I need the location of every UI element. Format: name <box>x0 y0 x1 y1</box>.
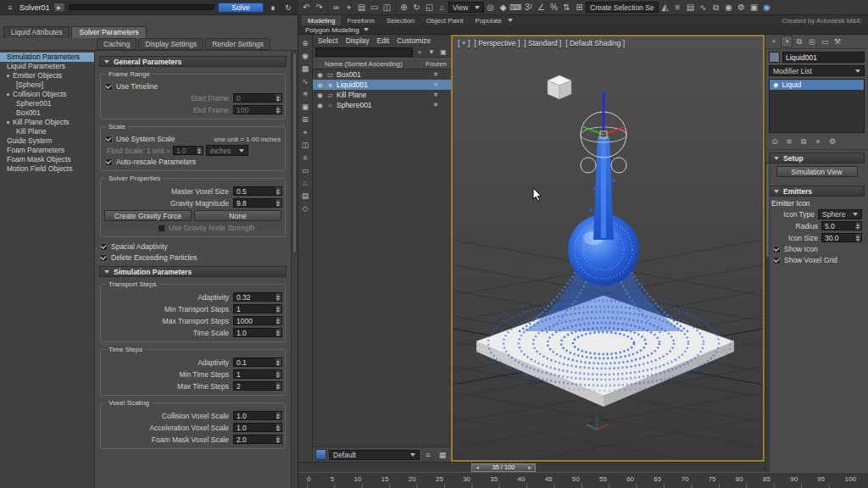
ribbon-tab-populate[interactable]: Populate <box>469 15 508 25</box>
nav-simulation-parameters[interactable]: Simulation Parameters <box>0 53 94 62</box>
display-bones-icon[interactable]: ⌂ <box>299 177 311 189</box>
start-frame-input[interactable]: 0 <box>233 93 282 103</box>
auto-rescale-checkbox[interactable]: Auto-rescale Parameters <box>105 157 281 167</box>
select-and-manipulate-icon[interactable]: ◆ <box>497 1 509 14</box>
menu-select[interactable]: Select <box>318 36 338 45</box>
max-time-steps-input[interactable]: 2 <box>233 381 282 391</box>
solver-progress-bar[interactable] <box>69 4 214 10</box>
spinner[interactable] <box>275 293 281 301</box>
setup-rollout[interactable]: Setup <box>769 152 865 164</box>
polygon-modeling-label[interactable]: Polygon Modeling <box>305 26 359 34</box>
nav-sphere-emitter[interactable]: [Sphere] <box>0 80 94 90</box>
icon-type-dropdown[interactable]: Sphere <box>818 209 862 219</box>
nav-liquid-parameters[interactable]: Liquid Parameters <box>0 62 94 71</box>
spinner[interactable] <box>854 234 861 241</box>
select-and-link-icon[interactable]: ∞ <box>330 1 342 14</box>
nav-box001[interactable]: Box001 <box>0 108 94 118</box>
chevron-down-icon[interactable] <box>364 28 369 31</box>
select-and-rotate-icon[interactable]: ↻ <box>410 1 423 14</box>
menu-customize[interactable]: Customize <box>397 36 431 45</box>
configure-modifier-icon[interactable]: ⚙ <box>826 136 838 147</box>
select-object-icon[interactable]: ⌖ <box>342 1 355 14</box>
viewport-menu-pov[interactable]: [ Perspective ] <box>474 39 520 47</box>
display-everything-icon[interactable]: ⊕ <box>299 37 311 49</box>
schematic-view-icon[interactable]: ⧉ <box>709 1 722 14</box>
checkbox-icon[interactable] <box>105 83 113 91</box>
remove-modifier-icon[interactable]: × <box>812 136 824 147</box>
angle-snap-icon[interactable]: ∠ <box>535 1 548 14</box>
scene-explorer-icon[interactable] <box>315 449 326 460</box>
time-slider-handle[interactable]: ◄ 35 / 100 ► <box>471 463 536 472</box>
clear-search-icon[interactable]: × <box>415 47 425 58</box>
emitters-rollout[interactable]: Emitters <box>769 186 865 197</box>
display-shapes-icon[interactable]: ▦ <box>299 63 311 75</box>
radius-input[interactable]: 5.0 <box>821 221 862 230</box>
show-icon-checkbox[interactable]: Show Icon <box>773 244 860 254</box>
ribbon-tab-object-paint[interactable]: Object Paint <box>420 15 470 25</box>
collision-voxel-input[interactable]: 1.0 <box>233 411 282 420</box>
spinner[interactable] <box>854 222 861 230</box>
frame-forward-icon[interactable]: ► <box>527 465 532 470</box>
ribbon-tab-freeform[interactable]: Freeform <box>341 15 380 25</box>
spinner[interactable] <box>275 317 281 324</box>
undo-icon[interactable]: ↶ <box>300 1 313 14</box>
checkbox-icon[interactable] <box>773 257 781 264</box>
checkbox-icon[interactable] <box>100 254 108 262</box>
curve-editor-icon[interactable]: ∿ <box>697 1 709 14</box>
nav-sphere001[interactable]: Sphere001 <box>0 99 94 108</box>
menu-edit[interactable]: Edit <box>377 36 390 45</box>
tab-liquid-attributes[interactable]: Liquid Attributes <box>3 26 70 38</box>
spinner[interactable] <box>275 187 281 195</box>
frame-back-icon[interactable]: ◄ <box>475 465 480 470</box>
make-unique-icon[interactable]: ⧉ <box>798 136 810 147</box>
display-containers-icon[interactable]: ▤ <box>299 190 311 202</box>
gravity-node-none-button[interactable]: None <box>194 210 281 221</box>
material-editor-icon[interactable]: ◉ <box>722 1 735 14</box>
checkbox-icon[interactable] <box>105 158 113 166</box>
window-crossing-icon[interactable]: ◫ <box>381 1 393 14</box>
spinner[interactable] <box>275 94 281 102</box>
modifier-stack[interactable]: ◈ Liquid <box>769 79 865 133</box>
select-and-place-icon[interactable]: ⌂ <box>436 1 448 14</box>
gravity-magnitude-input[interactable]: 9.8 <box>233 198 282 208</box>
solve-button[interactable]: Solve <box>218 3 264 13</box>
keyboard-override-icon[interactable]: ⌨ <box>509 1 522 14</box>
spinner[interactable] <box>275 199 281 207</box>
ribbon-tab-selection[interactable]: Selection <box>381 15 420 25</box>
spinner[interactable] <box>275 358 281 366</box>
viewport-menu-general[interactable]: [ + ] <box>458 39 470 47</box>
tab-solver-parameters[interactable]: Solver Parameters <box>71 26 146 38</box>
use-gravity-node-checkbox[interactable]: Use Gravity Node Strength <box>158 223 281 233</box>
end-frame-input[interactable]: 100 <box>233 105 282 114</box>
frozen-toggle-icon[interactable]: ❄ <box>420 92 451 98</box>
spinner[interactable] <box>275 412 281 419</box>
column-frozen-header[interactable]: Frozen <box>420 60 451 68</box>
fluids-menu-icon[interactable]: ≡ <box>4 2 16 14</box>
search-input[interactable] <box>315 47 413 57</box>
frozen-toggle-icon[interactable]: ❄ <box>420 81 451 88</box>
viewport-menu-shading[interactable]: [ Default Shading ] <box>565 39 625 47</box>
display-splines-icon[interactable]: ∿ <box>299 75 311 87</box>
mirror-icon[interactable]: ◭ <box>659 1 671 14</box>
render-setup-icon[interactable]: ⚙ <box>735 1 748 14</box>
scrollbar-thumb[interactable] <box>766 164 769 257</box>
explorer-row-box001[interactable]: ◉ ▭ Box001 ❄ <box>313 69 451 80</box>
nav-motion-field-objects[interactable]: Motion Field Objects <box>0 164 94 174</box>
redo-icon[interactable]: ↷ <box>313 1 326 14</box>
object-color-swatch[interactable] <box>769 52 780 63</box>
eye-icon[interactable]: ◉ <box>316 102 324 109</box>
acceleration-voxel-input[interactable]: 1.0 <box>233 423 282 432</box>
eye-icon[interactable]: ◉ <box>316 81 324 89</box>
scrollbar-thumb[interactable] <box>292 53 297 253</box>
spinner[interactable] <box>275 106 281 114</box>
perspective-viewport[interactable]: [ + ] [ Perspective ] [ Standard ] [ Def… <box>451 35 765 462</box>
display-spacewarps-icon[interactable]: ⌖ <box>299 126 311 138</box>
nav-kill-plane[interactable]: Kill Plane <box>0 127 94 136</box>
nav-collision-objects[interactable]: Collision Objects <box>0 90 94 99</box>
display-cameras-icon[interactable]: ▣ <box>299 101 311 113</box>
spinner[interactable] <box>275 305 281 313</box>
adaptivity-input[interactable]: 0.32 <box>233 292 282 302</box>
min-time-steps-input[interactable]: 1 <box>233 369 282 379</box>
ribbon-tab-modeling[interactable]: Modeling <box>302 15 341 25</box>
explorer-row-kill-plane[interactable]: ◉ ▱ Kill Plane ❄ <box>313 90 451 100</box>
